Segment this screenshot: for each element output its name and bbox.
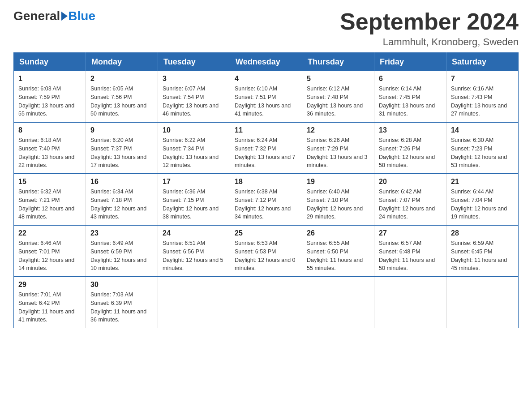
day-cell-18: 18Sunrise: 6:38 AMSunset: 7:12 PMDayligh… — [230, 174, 302, 225]
day-cell-7: 7Sunrise: 6:16 AMSunset: 7:43 PMDaylight… — [446, 71, 519, 122]
day-info-17: Sunrise: 6:36 AMSunset: 7:15 PMDaylight:… — [163, 188, 225, 221]
day-info-14: Sunrise: 6:30 AMSunset: 7:23 PMDaylight:… — [451, 136, 514, 170]
day-cell-15: 15Sunrise: 6:32 AMSunset: 7:21 PMDayligh… — [14, 174, 86, 225]
logo-general-text: General — [13, 9, 60, 23]
day-number-28: 28 — [451, 229, 514, 237]
day-info-19: Sunrise: 6:40 AMSunset: 7:10 PMDaylight:… — [307, 188, 369, 221]
location-subtitle: Lammhult, Kronoberg, Sweden — [340, 36, 519, 48]
day-info-8: Sunrise: 6:18 AMSunset: 7:40 PMDaylight:… — [18, 136, 81, 170]
page-header: General Blue September 2024 Lammhult, Kr… — [13, 9, 519, 48]
day-info-4: Sunrise: 6:10 AMSunset: 7:51 PMDaylight:… — [235, 85, 297, 118]
day-cell-9: 9Sunrise: 6:20 AMSunset: 7:37 PMDaylight… — [86, 122, 158, 174]
day-info-12: Sunrise: 6:26 AMSunset: 7:29 PMDaylight:… — [307, 136, 369, 170]
header-friday: Friday — [374, 53, 446, 72]
day-number-25: 25 — [235, 229, 297, 237]
day-info-3: Sunrise: 6:07 AMSunset: 7:54 PMDaylight:… — [163, 85, 225, 118]
day-number-10: 10 — [163, 126, 225, 134]
day-info-13: Sunrise: 6:28 AMSunset: 7:26 PMDaylight:… — [379, 136, 442, 170]
day-cell-20: 20Sunrise: 6:42 AMSunset: 7:07 PMDayligh… — [374, 174, 446, 225]
day-cell-3: 3Sunrise: 6:07 AMSunset: 7:54 PMDaylight… — [158, 71, 230, 122]
day-number-4: 4 — [235, 75, 297, 83]
day-number-22: 22 — [18, 229, 81, 237]
day-info-20: Sunrise: 6:42 AMSunset: 7:07 PMDaylight:… — [379, 188, 442, 221]
day-cell-10: 10Sunrise: 6:22 AMSunset: 7:34 PMDayligh… — [158, 122, 230, 174]
day-info-2: Sunrise: 6:05 AMSunset: 7:56 PMDaylight:… — [90, 85, 153, 118]
day-cell-19: 19Sunrise: 6:40 AMSunset: 7:10 PMDayligh… — [302, 174, 374, 225]
day-info-21: Sunrise: 6:44 AMSunset: 7:04 PMDaylight:… — [451, 188, 514, 221]
day-cell-8: 8Sunrise: 6:18 AMSunset: 7:40 PMDaylight… — [14, 122, 86, 174]
day-info-23: Sunrise: 6:49 AMSunset: 6:59 PMDaylight:… — [90, 239, 153, 273]
empty-cell-4-2 — [158, 277, 230, 328]
day-info-28: Sunrise: 6:59 AMSunset: 6:45 PMDaylight:… — [451, 239, 514, 273]
day-number-20: 20 — [379, 178, 442, 186]
day-info-1: Sunrise: 6:03 AMSunset: 7:59 PMDaylight:… — [18, 85, 81, 118]
day-cell-26: 26Sunrise: 6:55 AMSunset: 6:50 PMDayligh… — [302, 225, 374, 277]
day-number-9: 9 — [90, 126, 153, 134]
day-number-18: 18 — [235, 178, 297, 186]
week-row-1: 1Sunrise: 6:03 AMSunset: 7:59 PMDaylight… — [14, 71, 519, 122]
day-info-5: Sunrise: 6:12 AMSunset: 7:48 PMDaylight:… — [307, 85, 369, 118]
day-cell-25: 25Sunrise: 6:53 AMSunset: 6:53 PMDayligh… — [230, 225, 302, 277]
day-number-26: 26 — [307, 229, 369, 237]
day-cell-29: 29Sunrise: 7:01 AMSunset: 6:42 PMDayligh… — [14, 277, 86, 328]
header-thursday: Thursday — [302, 53, 374, 72]
day-number-8: 8 — [18, 126, 81, 134]
empty-cell-4-5 — [374, 277, 446, 328]
day-number-27: 27 — [379, 229, 442, 237]
day-number-13: 13 — [379, 126, 442, 134]
day-number-21: 21 — [451, 178, 514, 186]
day-cell-22: 22Sunrise: 6:46 AMSunset: 7:01 PMDayligh… — [14, 225, 86, 277]
day-info-10: Sunrise: 6:22 AMSunset: 7:34 PMDaylight:… — [163, 136, 225, 170]
day-number-14: 14 — [451, 126, 514, 134]
day-info-27: Sunrise: 6:57 AMSunset: 6:48 PMDaylight:… — [379, 239, 442, 273]
day-info-18: Sunrise: 6:38 AMSunset: 7:12 PMDaylight:… — [235, 188, 297, 221]
day-info-26: Sunrise: 6:55 AMSunset: 6:50 PMDaylight:… — [307, 239, 369, 273]
day-cell-21: 21Sunrise: 6:44 AMSunset: 7:04 PMDayligh… — [446, 174, 519, 225]
day-info-16: Sunrise: 6:34 AMSunset: 7:18 PMDaylight:… — [90, 188, 153, 221]
day-number-15: 15 — [18, 178, 81, 186]
day-number-30: 30 — [90, 281, 153, 289]
day-info-30: Sunrise: 7:03 AMSunset: 6:39 PMDaylight:… — [90, 291, 153, 324]
week-row-5: 29Sunrise: 7:01 AMSunset: 6:42 PMDayligh… — [14, 277, 519, 328]
logo-arrow-icon — [61, 12, 68, 21]
week-row-2: 8Sunrise: 6:18 AMSunset: 7:40 PMDaylight… — [14, 122, 519, 174]
day-number-24: 24 — [163, 229, 225, 237]
week-row-4: 22Sunrise: 6:46 AMSunset: 7:01 PMDayligh… — [14, 225, 519, 277]
day-number-6: 6 — [379, 75, 442, 83]
day-number-16: 16 — [90, 178, 153, 186]
day-cell-5: 5Sunrise: 6:12 AMSunset: 7:48 PMDaylight… — [302, 71, 374, 122]
logo-blue-text: Blue — [68, 9, 95, 23]
day-number-3: 3 — [163, 75, 225, 83]
day-info-24: Sunrise: 6:51 AMSunset: 6:56 PMDaylight:… — [163, 239, 225, 273]
calendar-table: Sunday Monday Tuesday Wednesday Thursday… — [13, 52, 519, 328]
day-number-12: 12 — [307, 126, 369, 134]
day-number-7: 7 — [451, 75, 514, 83]
day-number-19: 19 — [307, 178, 369, 186]
logo-text: General Blue — [13, 9, 95, 23]
week-row-3: 15Sunrise: 6:32 AMSunset: 7:21 PMDayligh… — [14, 174, 519, 225]
day-cell-4: 4Sunrise: 6:10 AMSunset: 7:51 PMDaylight… — [230, 71, 302, 122]
day-cell-17: 17Sunrise: 6:36 AMSunset: 7:15 PMDayligh… — [158, 174, 230, 225]
day-number-5: 5 — [307, 75, 369, 83]
day-info-6: Sunrise: 6:14 AMSunset: 7:45 PMDaylight:… — [379, 85, 442, 118]
day-cell-11: 11Sunrise: 6:24 AMSunset: 7:32 PMDayligh… — [230, 122, 302, 174]
day-info-15: Sunrise: 6:32 AMSunset: 7:21 PMDaylight:… — [18, 188, 81, 221]
day-info-7: Sunrise: 6:16 AMSunset: 7:43 PMDaylight:… — [451, 85, 514, 118]
empty-cell-4-6 — [446, 277, 519, 328]
day-cell-1: 1Sunrise: 6:03 AMSunset: 7:59 PMDaylight… — [14, 71, 86, 122]
day-number-29: 29 — [18, 281, 81, 289]
day-cell-30: 30Sunrise: 7:03 AMSunset: 6:39 PMDayligh… — [86, 277, 158, 328]
header-saturday: Saturday — [446, 53, 519, 72]
header-monday: Monday — [86, 53, 158, 72]
day-info-29: Sunrise: 7:01 AMSunset: 6:42 PMDaylight:… — [18, 291, 81, 324]
day-cell-6: 6Sunrise: 6:14 AMSunset: 7:45 PMDaylight… — [374, 71, 446, 122]
weekday-header-row: Sunday Monday Tuesday Wednesday Thursday… — [14, 53, 519, 72]
empty-cell-4-3 — [230, 277, 302, 328]
day-info-9: Sunrise: 6:20 AMSunset: 7:37 PMDaylight:… — [90, 136, 153, 170]
day-cell-24: 24Sunrise: 6:51 AMSunset: 6:56 PMDayligh… — [158, 225, 230, 277]
day-cell-28: 28Sunrise: 6:59 AMSunset: 6:45 PMDayligh… — [446, 225, 519, 277]
header-wednesday: Wednesday — [230, 53, 302, 72]
day-info-22: Sunrise: 6:46 AMSunset: 7:01 PMDaylight:… — [18, 239, 81, 273]
logo: General Blue — [13, 9, 95, 23]
day-cell-2: 2Sunrise: 6:05 AMSunset: 7:56 PMDaylight… — [86, 71, 158, 122]
